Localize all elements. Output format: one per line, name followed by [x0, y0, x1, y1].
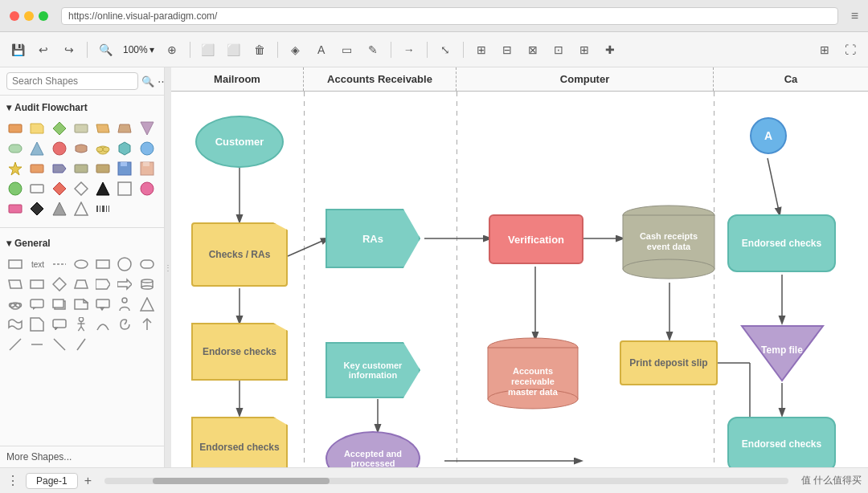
- g-person[interactable]: [116, 295, 133, 313]
- more-shapes-link[interactable]: More Shapes...: [0, 446, 164, 467]
- g-diamond3[interactable]: [51, 275, 68, 293]
- shape-cloud[interactable]: [94, 140, 112, 157]
- layer-button[interactable]: ⊡: [547, 39, 570, 61]
- shape-diamond2[interactable]: [51, 180, 68, 198]
- close-button[interactable]: [10, 11, 19, 21]
- g-circle[interactable]: [116, 255, 133, 273]
- shape-funnel-small[interactable]: [138, 120, 156, 137]
- delete-button[interactable]: 🗑: [248, 39, 271, 61]
- shape-star[interactable]: [6, 160, 24, 177]
- g-arc[interactable]: [94, 316, 112, 333]
- shape-circle2[interactable]: [6, 180, 24, 198]
- g-slash[interactable]: [72, 336, 90, 353]
- add-button[interactable]: ✚: [599, 39, 621, 61]
- panel-toggle-button[interactable]: ⊞: [813, 39, 836, 61]
- shape-square[interactable]: [116, 180, 133, 198]
- shape-temp-file[interactable]: Temp file: [740, 324, 825, 382]
- g-chevron[interactable]: [94, 275, 112, 293]
- scrollbar-h[interactable]: [104, 478, 788, 484]
- sidebar-divider[interactable]: [165, 67, 171, 467]
- g-rect[interactable]: [6, 255, 24, 273]
- shape-tri-line[interactable]: [72, 200, 90, 218]
- g-line45[interactable]: [6, 336, 24, 353]
- bottom-menu-icon[interactable]: ⋮: [6, 473, 19, 488]
- g-triangle3[interactable]: [138, 295, 156, 313]
- g-page[interactable]: [28, 316, 46, 333]
- shape-rect-orange[interactable]: [6, 120, 24, 137]
- shape-triangle[interactable]: [28, 140, 46, 157]
- shape-floppy[interactable]: [116, 160, 133, 177]
- g-rect2[interactable]: [28, 275, 46, 293]
- connector-button[interactable]: →: [398, 39, 420, 61]
- shape-rhombus[interactable]: [72, 180, 90, 198]
- grid-button[interactable]: ⊞: [573, 39, 596, 61]
- fullscreen-button[interactable]: ⛶: [839, 39, 862, 61]
- g-arrow-up[interactable]: [138, 316, 156, 333]
- g-spiral[interactable]: [116, 316, 133, 333]
- sidebar-general-title[interactable]: ▾ General: [6, 234, 158, 252]
- shape-parallelogram[interactable]: [94, 120, 112, 137]
- shape-rect2[interactable]: [28, 160, 46, 177]
- g-line-d[interactable]: [51, 336, 68, 353]
- g-ellipse[interactable]: [72, 255, 90, 273]
- shape-rect3[interactable]: [72, 160, 90, 177]
- search-icon[interactable]: 🔍: [141, 75, 154, 88]
- undo-button[interactable]: ↩: [32, 39, 55, 61]
- shape-triangle2[interactable]: [94, 180, 112, 198]
- style-button[interactable]: ✎: [362, 39, 384, 61]
- shape-rect-line[interactable]: [28, 180, 46, 198]
- shape-barcode[interactable]: [94, 200, 112, 218]
- g-stick-person[interactable]: [72, 316, 90, 333]
- distribute-button[interactable]: ⊟: [496, 39, 518, 61]
- shape-stripe[interactable]: [94, 160, 112, 177]
- shape-note[interactable]: [28, 120, 46, 137]
- g-callout2[interactable]: [94, 295, 112, 313]
- shape-connector-a[interactable]: A: [750, 117, 787, 154]
- shape-print-deposit[interactable]: Print deposit slip: [620, 340, 718, 385]
- g-callout3[interactable]: [51, 316, 68, 333]
- minimize-button[interactable]: [24, 11, 34, 21]
- zoom-fit-button[interactable]: ⊕: [161, 39, 183, 61]
- shape-key-customer[interactable]: Key customer information: [326, 342, 420, 398]
- align-button[interactable]: ⊞: [470, 39, 493, 61]
- g-wave[interactable]: [6, 316, 24, 333]
- zoom-dropdown-icon[interactable]: ▾: [149, 44, 154, 55]
- waypoint-button[interactable]: ⤡: [434, 39, 457, 61]
- shape-tape[interactable]: [72, 140, 90, 157]
- shape-trapezoid[interactable]: [116, 120, 133, 137]
- shape-diamond-black[interactable]: [28, 200, 46, 218]
- copy-button[interactable]: ⬜: [197, 39, 219, 61]
- maximize-button[interactable]: [39, 11, 48, 21]
- redo-button[interactable]: ↪: [58, 39, 80, 61]
- g-multi-doc[interactable]: [51, 295, 68, 313]
- shape-floppy2[interactable]: [138, 160, 156, 177]
- font-button[interactable]: A: [310, 39, 333, 61]
- paste-button[interactable]: ⬜: [223, 39, 245, 61]
- save-button[interactable]: 💾: [6, 39, 29, 61]
- group-button[interactable]: ⊠: [522, 39, 544, 61]
- g-callout[interactable]: [28, 295, 46, 313]
- fill-button[interactable]: ◈: [285, 39, 307, 61]
- zoom-out-button[interactable]: 🔍: [94, 39, 117, 61]
- g-doc[interactable]: [72, 295, 90, 313]
- shape-rounded-small[interactable]: [6, 140, 24, 157]
- url-bar[interactable]: https://online.visual-paradigm.com/: [61, 7, 838, 25]
- shape-ras[interactable]: RAs: [326, 209, 420, 268]
- shape-hexagon[interactable]: [116, 140, 133, 157]
- g-cloud2[interactable]: [6, 295, 24, 313]
- shape-ar-master[interactable]: Accounts receivable master data: [485, 336, 581, 410]
- g-trapezoid[interactable]: [72, 275, 90, 293]
- shape-circle-small[interactable]: [51, 140, 68, 157]
- shape-diamond[interactable]: [51, 120, 68, 137]
- shape-endorsed-top[interactable]: Endorsed checks: [727, 214, 836, 272]
- shape-circle-blue[interactable]: [138, 140, 156, 157]
- g-rounded2[interactable]: [138, 255, 156, 273]
- shape-tri-up[interactable]: [51, 200, 68, 218]
- shape-pentagon[interactable]: [51, 160, 68, 177]
- shape-checks-ras[interactable]: Checks / RAs: [191, 222, 288, 287]
- shape-circle-pink[interactable]: [138, 180, 156, 198]
- g-parallelogram[interactable]: [6, 275, 24, 293]
- search-input[interactable]: [6, 72, 138, 90]
- g-cylinder2[interactable]: [138, 275, 156, 293]
- shape-rect-light[interactable]: [72, 120, 90, 137]
